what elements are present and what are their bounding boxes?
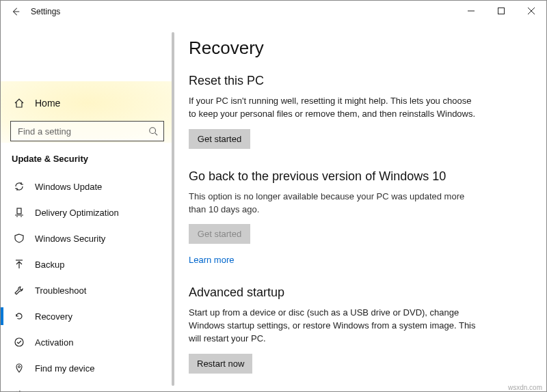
sidebar: Home Update & Security Windows Update	[1, 23, 174, 392]
advanced-desc: Start up from a device or disc (such as …	[189, 307, 476, 346]
section-reset-pc: Reset this PC If your PC isn't running w…	[189, 74, 476, 149]
close-button[interactable]	[516, 1, 546, 21]
sidebar-home-label: Home	[35, 98, 60, 109]
sidebar-item-label: Troubleshoot	[35, 285, 86, 296]
sidebar-item-label: Activation	[35, 337, 73, 348]
sidebar-section-header: Update & Security	[1, 141, 174, 171]
backup-icon	[13, 258, 25, 270]
search-box[interactable]	[10, 121, 164, 141]
advanced-heading: Advanced startup	[189, 285, 476, 300]
sidebar-item-label: Delivery Optimization	[35, 208, 119, 218]
svg-point-9	[18, 366, 21, 368]
window-controls	[456, 1, 546, 21]
svg-line-5	[155, 133, 158, 136]
goback-heading: Go back to the previous version of Windo…	[189, 169, 476, 184]
wrench-icon	[13, 284, 25, 296]
svg-point-8	[15, 338, 23, 346]
search-input[interactable]	[16, 126, 148, 137]
sidebar-item-recovery[interactable]: Recovery	[1, 303, 174, 329]
home-icon	[13, 98, 25, 109]
goback-get-started-button: Get started	[189, 224, 250, 244]
reset-heading: Reset this PC	[189, 74, 476, 88]
sidebar-item-label: For developers	[35, 389, 94, 393]
recovery-icon	[13, 310, 25, 322]
sync-icon	[13, 180, 25, 193]
page-title: Recovery	[189, 38, 527, 59]
sidebar-item-windows-security[interactable]: Windows Security	[1, 225, 174, 251]
sidebar-item-for-developers[interactable]: For developers	[1, 381, 174, 392]
maximize-button[interactable]	[486, 1, 516, 21]
sidebar-item-troubleshoot[interactable]: Troubleshoot	[1, 277, 174, 303]
titlebar: Settings	[1, 1, 546, 23]
developers-icon	[13, 388, 25, 392]
sidebar-item-windows-update[interactable]: Windows Update	[1, 173, 174, 199]
sidebar-item-label: Backup	[35, 260, 64, 270]
sidebar-item-find-my-device[interactable]: Find my device	[1, 355, 174, 381]
section-advanced-startup: Advanced startup Start up from a device …	[189, 285, 476, 374]
reset-desc: If your PC isn't running well, resetting…	[189, 95, 476, 121]
sidebar-item-label: Windows Update	[35, 182, 102, 192]
shield-icon	[13, 232, 25, 244]
goback-desc: This option is no longer available becau…	[189, 191, 476, 216]
sidebar-item-backup[interactable]: Backup	[1, 251, 174, 277]
delivery-icon	[13, 206, 25, 219]
sidebar-item-delivery-optimization[interactable]: Delivery Optimization	[1, 199, 174, 225]
sidebar-item-activation[interactable]: Activation	[1, 329, 174, 355]
svg-rect-1	[498, 8, 505, 14]
search-icon	[148, 126, 158, 136]
advanced-restart-button[interactable]: Restart now	[189, 354, 252, 374]
sidebar-item-label: Find my device	[35, 363, 94, 374]
window-title: Settings	[31, 7, 60, 16]
location-icon	[13, 362, 25, 374]
back-button[interactable]	[1, 1, 31, 23]
goback-learn-more-link[interactable]: Learn more	[189, 255, 234, 265]
sidebar-scrollbar[interactable]	[172, 32, 174, 386]
content-pane: Recovery Reset this PC If your PC isn't …	[174, 23, 546, 392]
sidebar-item-label: Recovery	[35, 311, 72, 322]
svg-point-4	[150, 128, 156, 134]
svg-rect-6	[17, 208, 21, 214]
minimize-icon	[468, 8, 475, 14]
sidebar-home[interactable]: Home	[1, 89, 174, 117]
close-icon	[528, 8, 535, 14]
reset-get-started-button[interactable]: Get started	[189, 129, 250, 149]
arrow-left-icon	[11, 7, 21, 16]
check-circle-icon	[13, 336, 25, 348]
minimize-button[interactable]	[456, 1, 486, 21]
sidebar-item-label: Windows Security	[35, 234, 105, 244]
section-go-back: Go back to the previous version of Windo…	[189, 169, 476, 266]
watermark: wsxdn.com	[508, 384, 542, 391]
maximize-icon	[498, 8, 505, 14]
